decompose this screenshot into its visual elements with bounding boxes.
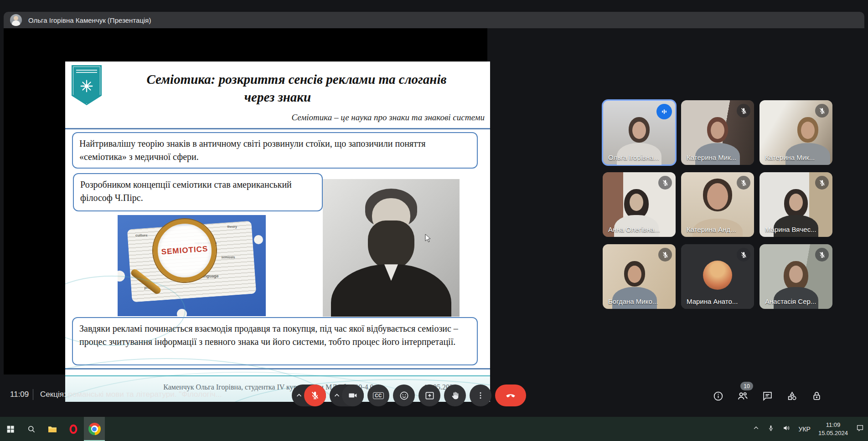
chat-button[interactable] (761, 390, 773, 402)
mic-control-group (292, 385, 326, 406)
participant-tile[interactable]: Богдана Мико... (603, 244, 676, 309)
tray-volume-icon[interactable] (782, 424, 791, 434)
more-options-button[interactable] (470, 385, 491, 406)
tray-clock[interactable]: 11:09 15.05.2024 (818, 421, 848, 437)
meeting-clock: 11:09 (10, 390, 29, 399)
presentation-header-bar[interactable]: Ольга Ігорівна Каменчук (Презентація) (4, 12, 864, 28)
presenter-name: Ольга Ігорівна Каменчук (Презентація) (28, 16, 151, 24)
tray-expand-chevron[interactable] (753, 425, 760, 433)
participant-avatar (703, 261, 732, 290)
participant-tile[interactable]: Катерина Мик... (760, 100, 832, 165)
participants-count-badge: 10 (740, 382, 753, 390)
taskbar-search-icon[interactable] (21, 417, 42, 441)
mic-off-icon (737, 248, 750, 262)
mic-off-icon (815, 248, 829, 262)
end-call-button[interactable] (495, 385, 526, 406)
mic-options-chevron[interactable] (294, 391, 304, 400)
meeting-details-button[interactable] (712, 390, 724, 402)
slide-textbox-2: Розробником концепції семіотики став аме… (73, 173, 323, 211)
camera-control-group (330, 385, 364, 406)
participant-name: Катерина Мик... (765, 154, 815, 161)
mic-off-button[interactable] (304, 385, 326, 406)
people-button[interactable]: 10 (737, 390, 749, 402)
screen-share-region[interactable]: Семіотика: розкриття сенсів реклами та с… (4, 28, 487, 374)
semiotics-label: SEMIOTICS (161, 244, 208, 256)
start-button[interactable] (0, 417, 21, 441)
file-explorer-icon[interactable] (42, 417, 63, 441)
participant-name: Марина Анато... (687, 297, 738, 305)
peirce-portrait-image (323, 179, 460, 317)
camera-button[interactable] (342, 385, 364, 406)
slide-textbox-1: Найтривалішу теорію знаків в античному с… (72, 132, 478, 169)
slide-subtitle: Семіотика – це наука про знаки та знаков… (291, 113, 485, 123)
meeting-title: Секція: романські мови та літератури. "Ф… (40, 390, 222, 399)
participant-name: Анна Олегівна... (608, 226, 660, 233)
participant-name: Богдана Мико... (608, 297, 658, 305)
opera-icon[interactable] (63, 417, 84, 441)
speaking-indicator-icon (656, 104, 672, 119)
participant-tile[interactable]: Марина Анато... (681, 244, 754, 309)
activities-button[interactable] (786, 390, 798, 402)
action-center-icon[interactable] (856, 424, 864, 434)
mic-off-icon (815, 104, 829, 118)
participant-tile[interactable]: Катерина Анд... (681, 172, 754, 237)
divider (65, 128, 490, 129)
mouse-cursor (424, 234, 432, 243)
reactions-button[interactable] (393, 385, 415, 406)
host-controls-button[interactable] (811, 390, 822, 402)
slide-title-line1: Семіотика: розкриття сенсів реклами та с… (108, 71, 485, 88)
mic-off-icon (658, 176, 672, 190)
call-controls: CC (292, 385, 526, 406)
tray-language[interactable]: УКР (799, 426, 811, 433)
captions-button[interactable]: CC (367, 385, 389, 406)
participant-tile[interactable]: Катерина Мик... (681, 100, 754, 165)
tray-date: 15.05.2024 (818, 429, 848, 437)
participant-name: Ольга Ігорівна... (608, 154, 659, 161)
cc-icon: CC (373, 392, 383, 399)
windows-taskbar: УКР 11:09 15.05.2024 (0, 417, 868, 441)
chrome-icon[interactable] (84, 417, 105, 441)
tray-time: 11:09 (818, 421, 848, 429)
participant-tile[interactable]: Марина Вячес... (760, 172, 832, 237)
puzzle-word: theory (227, 225, 237, 228)
participant-name: Анастасія Сер... (765, 297, 816, 305)
present-screen-button[interactable] (418, 385, 440, 406)
meeting-panels: 10 (712, 385, 822, 407)
presentation-slide: Семіотика: розкриття сенсів реклами та с… (65, 62, 490, 402)
divider (65, 375, 490, 376)
puzzle-word: semiosis (222, 256, 235, 259)
presenter-avatar (10, 14, 22, 26)
mic-off-icon (737, 104, 750, 118)
participant-tile[interactable]: Анастасія Сер... (760, 244, 832, 309)
mic-off-icon (815, 176, 829, 190)
participant-name: Марина Вячес... (765, 226, 816, 233)
participant-tile[interactable]: Ольга Ігорівна... (603, 100, 676, 165)
tray-mic-icon[interactable] (767, 425, 775, 434)
participant-name: Катерина Анд... (687, 226, 736, 233)
raise-hand-button[interactable] (444, 385, 466, 406)
participant-tile[interactable]: Анна Олегівна... (603, 172, 676, 237)
mic-off-icon (737, 176, 750, 190)
puzzle-word: culture (135, 233, 148, 237)
participant-name: Катерина Мик... (687, 154, 736, 161)
mic-off-icon (658, 248, 672, 262)
slide-title-line2: через знаки (65, 90, 490, 105)
divider (33, 389, 33, 400)
camera-options-chevron[interactable] (332, 391, 342, 400)
